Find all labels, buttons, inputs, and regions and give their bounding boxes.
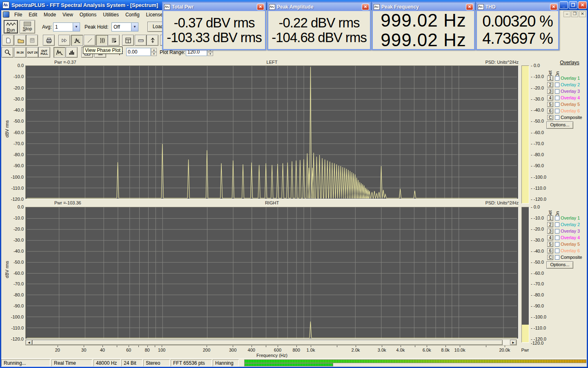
stop-button[interactable]: Stop xyxy=(20,20,35,34)
overlay-on-checkbox-5[interactable] xyxy=(555,242,559,247)
print-button[interactable] xyxy=(43,35,55,46)
overlay-set-button-3[interactable]: 3 xyxy=(547,89,553,94)
overlay-set-button-5[interactable]: 5 xyxy=(547,102,553,107)
close-button[interactable]: ✕ xyxy=(578,1,587,9)
fast-forward-button[interactable] xyxy=(58,35,70,46)
thd-window[interactable]: THD✕0.00320 %4.73697 % xyxy=(476,2,559,50)
overlay-set-button-4[interactable]: 4 xyxy=(547,235,553,240)
input-level-meter-left xyxy=(244,359,586,363)
menu-item-file[interactable]: File xyxy=(11,11,25,18)
left-ytick-left: -80.0 xyxy=(7,152,24,157)
view-histogram-button[interactable] xyxy=(66,47,78,58)
overlay-set-button-4[interactable]: 4 xyxy=(547,95,553,101)
overlay-set-button-6[interactable]: 6 xyxy=(547,108,553,114)
mdi-minimize-button[interactable]: – xyxy=(564,11,570,17)
overlay-on-checkbox-c[interactable] xyxy=(555,115,559,120)
peak-hold-combobox[interactable]: Off ▼ xyxy=(111,22,138,31)
calibration-button[interactable] xyxy=(135,35,147,46)
left-ytick-left: 0.0 xyxy=(7,63,24,68)
peak-frequency-titlebar[interactable]: Peak Frequency✕ xyxy=(373,3,474,11)
save-file-button[interactable] xyxy=(26,35,38,46)
menu-item-config[interactable]: Config xyxy=(122,11,143,18)
x-tickmark xyxy=(129,346,129,347)
thd-titlebar[interactable]: THD✕ xyxy=(477,3,558,11)
peak-amplitude-window[interactable]: Peak Amplitude✕-0.22 dBV rms-104.68 dBV … xyxy=(267,2,371,50)
scroll-left-arrow-icon[interactable]: ◀ xyxy=(26,340,32,345)
overlay-set-button-5[interactable]: 5 xyxy=(547,242,553,247)
zoom-out-button[interactable]: OUT 2X xyxy=(27,47,38,58)
view-spectrum-curve-button[interactable] xyxy=(53,47,65,58)
view-layout-button[interactable] xyxy=(122,35,134,46)
mdi-close-button[interactable]: ✕ xyxy=(579,11,586,17)
markers-button[interactable] xyxy=(147,35,158,46)
menu-item-mode[interactable]: Mode xyxy=(40,11,59,18)
minimize-button[interactable]: _ xyxy=(559,1,568,9)
overlay-on-checkbox-4[interactable] xyxy=(555,96,559,100)
plot-top-spinner[interactable]: ▲▼ xyxy=(151,48,157,56)
overlay-set-button-3[interactable]: 3 xyxy=(547,229,553,234)
overlay-set-button-1[interactable]: 1 xyxy=(547,76,553,81)
menu-item-utilities[interactable]: Utilities xyxy=(100,11,122,18)
peak-frequency-window[interactable]: Peak Frequency✕999.02 Hz999.02 Hz xyxy=(372,2,475,50)
top-overlays-options-button[interactable]: Options... xyxy=(546,121,573,129)
zoom-in-button[interactable]: IN 2X xyxy=(14,47,26,58)
mdi-restore-button[interactable]: ❐ xyxy=(571,11,578,17)
peak-hold-dropdown-arrow-icon[interactable]: ▼ xyxy=(131,23,138,31)
scrollbar-thumb[interactable] xyxy=(32,340,503,345)
peak-amplitude-titlebar[interactable]: Peak Amplitude✕ xyxy=(268,3,370,11)
scroll-right-arrow-icon[interactable]: ▶ xyxy=(510,340,517,345)
bottom-overlays-options-button[interactable]: Options... xyxy=(546,261,573,269)
overlay-on-checkbox-6[interactable] xyxy=(555,109,559,113)
overlay-set-button-c[interactable]: C xyxy=(547,115,553,120)
plot-range-label: Plot Range: xyxy=(160,49,185,55)
zoom-out-full-button[interactable]: OUT FULL xyxy=(38,47,50,58)
overlay-on-checkbox-4[interactable] xyxy=(555,236,559,240)
view-phase-button[interactable] xyxy=(96,35,108,46)
overlay-label-1: Overlay 1 xyxy=(561,215,580,220)
zoom-button[interactable] xyxy=(2,47,13,58)
total-pwr-window[interactable]: Total Pwr✕-0.37 dBV rms-103.33 dBV rms xyxy=(162,2,266,50)
x-tickmark xyxy=(102,346,103,347)
menu-item-options[interactable]: Options xyxy=(76,11,100,18)
run-button[interactable]: Run xyxy=(4,20,18,34)
overlay-on-checkbox-3[interactable] xyxy=(555,89,559,94)
overlay-on-checkbox-2[interactable] xyxy=(555,83,559,87)
peak-amplitude-close-button[interactable]: ✕ xyxy=(362,4,369,10)
x-tick-label: 8.0k xyxy=(441,348,450,352)
overlay-on-checkbox-c[interactable] xyxy=(555,255,559,260)
menu-item-edit[interactable]: Edit xyxy=(25,11,40,18)
overlay-set-button-1[interactable]: 1 xyxy=(547,215,553,221)
overlay-on-checkbox-5[interactable] xyxy=(555,102,559,107)
avg-combobox[interactable]: 1 ▼ xyxy=(53,22,80,31)
total-pwr-titlebar[interactable]: Total Pwr✕ xyxy=(163,3,265,11)
restore-button[interactable]: ❐ xyxy=(569,1,577,9)
left-spectrum-plot[interactable] xyxy=(25,65,519,199)
frequency-scrollbar[interactable]: ◀▶ xyxy=(25,339,517,346)
view-notes-button[interactable] xyxy=(108,35,120,46)
thd-close-button[interactable]: ✕ xyxy=(550,4,557,10)
right-spectrum-plot[interactable] xyxy=(25,207,519,339)
total-pwr-close-button[interactable]: ✕ xyxy=(257,4,264,10)
menu-item-view[interactable]: View xyxy=(59,11,76,18)
overlay-on-checkbox-1[interactable] xyxy=(555,76,559,81)
overlay-set-button-2[interactable]: 2 xyxy=(547,222,553,227)
overlay-on-checkbox-6[interactable] xyxy=(555,249,559,253)
open-file-button[interactable] xyxy=(14,35,26,46)
overlay-set-button-2[interactable]: 2 xyxy=(547,82,553,88)
x-tick-label: 80 xyxy=(145,348,150,352)
avg-dropdown-arrow-icon[interactable]: ▼ xyxy=(73,23,80,31)
overlay-set-button-c[interactable]: C xyxy=(547,255,553,260)
overlay-on-checkbox-3[interactable] xyxy=(555,229,559,233)
new-file-button[interactable] xyxy=(2,35,14,46)
overlay-on-checkbox-1[interactable] xyxy=(555,216,559,220)
overlay-set-button-6[interactable]: 6 xyxy=(547,248,553,254)
view-time-series-button[interactable] xyxy=(84,35,96,46)
left-ytick-left: -90.0 xyxy=(7,163,24,168)
peak-frequency-close-button[interactable]: ✕ xyxy=(466,4,473,10)
x-tick-label: 30 xyxy=(81,348,86,352)
overlay-label-5: Overlay 5 xyxy=(561,102,580,107)
view-spectrum-button[interactable] xyxy=(71,35,83,46)
document-icon[interactable] xyxy=(3,11,9,18)
plot-top-field[interactable]: 0.00 xyxy=(126,48,151,56)
overlay-on-checkbox-2[interactable] xyxy=(555,222,559,227)
